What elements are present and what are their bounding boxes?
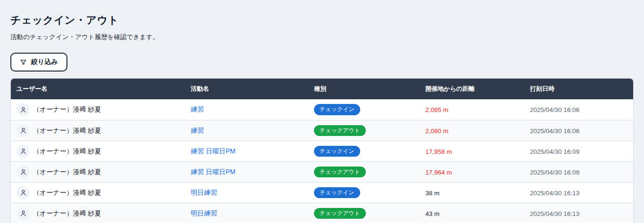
user-cell: （オーナー）湊﨑 紗夏 [11,145,185,158]
user-name: （オーナー）湊﨑 紗夏 [33,189,101,197]
activity-link[interactable]: 練習 日曜日PM [191,168,236,175]
user-name: （オーナー）湊﨑 紗夏 [33,168,101,176]
table-body: （オーナー）湊﨑 紗夏練習チェックイン2,085 m2025/04/30 16:… [11,99,633,223]
distance-value: 38 m [425,190,439,197]
user-name: （オーナー）湊﨑 紗夏 [33,209,101,218]
type-badge: チェックアウト [314,208,366,219]
user-cell: （オーナー）湊﨑 紗夏 [11,207,185,220]
user-cell: （オーナー）湊﨑 紗夏 [11,124,185,137]
person-icon [17,145,30,158]
filter-button[interactable]: 絞り込み [10,53,67,72]
user-name: （オーナー）湊﨑 紗夏 [33,147,101,156]
type-badge: チェックイン [314,104,360,115]
page-subtitle: 活動のチェックイン・アウト履歴を確認できます。 [10,33,634,41]
user-cell: （オーナー）湊﨑 紗夏 [11,186,185,199]
header-cell-user: ユーザー名 [11,85,185,93]
person-icon [17,166,30,179]
main-content: チェックイン・アウト 活動のチェックイン・アウト履歴を確認できます。 絞り込み … [0,0,644,223]
table-row: （オーナー）湊﨑 紗夏練習 日曜日PMチェックイン17,958 m2025/04… [11,141,633,161]
person-icon [17,124,30,137]
header-cell-type: 種別 [308,85,420,93]
distance-value: 17,964 m [425,169,452,176]
timestamp-value: 2025/04/30 16:06 [530,106,579,113]
table-row: （オーナー）湊﨑 紗夏明日練習チェックアウト43 m2025/04/30 16:… [11,203,633,223]
table-row: （オーナー）湊﨑 紗夏練習 日曜日PMチェックアウト17,964 m2025/0… [11,161,633,182]
table-row: （オーナー）湊﨑 紗夏練習チェックイン2,085 m2025/04/30 16:… [11,99,633,120]
timestamp-value: 2025/04/30 16:13 [530,190,579,197]
header-cell-timestamp: 打刻日時 [524,85,633,93]
user-name: （オーナー）湊﨑 紗夏 [33,127,101,135]
activity-link[interactable]: 練習 [191,127,204,134]
type-badge: チェックイン [314,187,360,198]
person-icon [17,103,30,116]
person-icon [17,207,30,220]
timestamp-value: 2025/04/30 16:09 [530,169,579,176]
header-cell-distance: 開催地からの距離 [420,85,524,93]
type-badge: チェックアウト [314,125,366,136]
activity-link[interactable]: 明日練習 [191,189,217,196]
table-header-row: ユーザー名 活動名 種別 開催地からの距離 打刻日時 [11,79,633,99]
timestamp-value: 2025/04/30 16:06 [530,127,579,135]
user-cell: （オーナー）湊﨑 紗夏 [11,166,185,179]
checkins-table: ユーザー名 活動名 種別 開催地からの距離 打刻日時 （オーナー）湊﨑 紗夏練習… [10,78,634,223]
user-cell: （オーナー）湊﨑 紗夏 [11,103,185,116]
distance-value: 2,080 m [425,127,448,135]
table-row: （オーナー）湊﨑 紗夏明日練習チェックイン38 m2025/04/30 16:1… [11,182,633,203]
header-cell-activity: 活動名 [185,85,308,93]
distance-value: 2,085 m [425,106,448,113]
timestamp-value: 2025/04/30 16:09 [530,148,579,155]
timestamp-value: 2025/04/30 16:13 [530,210,579,217]
filter-button-label: 絞り込み [31,58,58,66]
table-row: （オーナー）湊﨑 紗夏練習チェックアウト2,080 m2025/04/30 16… [11,120,633,141]
distance-value: 17,958 m [425,148,452,155]
filter-funnel-icon [20,59,27,66]
person-icon [17,186,30,199]
activity-link[interactable]: 練習 日曜日PM [191,147,236,155]
type-badge: チェックイン [314,146,360,157]
type-badge: チェックアウト [314,167,366,177]
user-name: （オーナー）湊﨑 紗夏 [33,105,101,114]
activity-link[interactable]: 明日練習 [191,209,217,217]
distance-value: 43 m [425,210,439,217]
activity-link[interactable]: 練習 [191,105,204,113]
page-title: チェックイン・アウト [10,13,634,27]
